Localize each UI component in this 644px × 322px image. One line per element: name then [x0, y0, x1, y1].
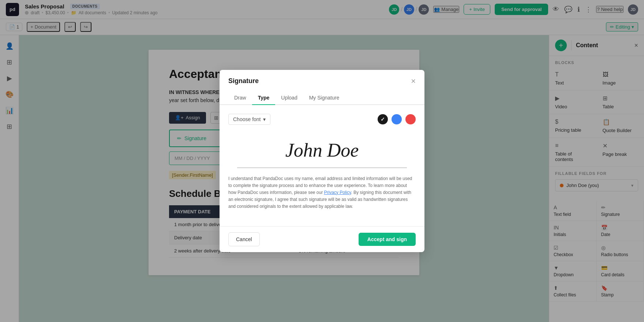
color-red[interactable] [405, 114, 416, 124]
legal-text: I understand that PandaDoc uses my name,… [228, 175, 416, 218]
accept-sign-button[interactable]: Accept and sign [359, 233, 416, 246]
signature-underline [237, 168, 407, 168]
modal-tabs: Draw Type Upload My Signature [220, 91, 424, 105]
modal-header: Signature × [220, 70, 424, 85]
signature-preview: John Doe [228, 132, 416, 165]
tab-type[interactable]: Type [252, 91, 276, 105]
modal-title: Signature [228, 77, 259, 85]
color-blue[interactable] [392, 114, 402, 124]
tab-my-signature[interactable]: My Signature [303, 91, 345, 105]
tab-upload[interactable]: Upload [275, 91, 303, 105]
color-dots [378, 114, 416, 124]
font-select-dropdown[interactable]: Choose font ▾ [228, 114, 270, 125]
signature-text: John Doe [285, 139, 359, 161]
modal-footer: Cancel Accept and sign [220, 226, 424, 252]
font-chevron-icon: ▾ [263, 116, 266, 122]
cancel-button[interactable]: Cancel [228, 232, 260, 246]
modal-body: Choose font ▾ John Doe I understand that… [220, 105, 424, 226]
font-select-label: Choose font [233, 116, 261, 122]
tab-draw[interactable]: Draw [228, 91, 252, 105]
signature-modal: Signature × Draw Type Upload My Signatur… [220, 70, 424, 252]
font-row: Choose font ▾ [228, 114, 416, 125]
modal-close-button[interactable]: × [411, 77, 416, 85]
privacy-policy-link[interactable]: Privacy Policy [324, 190, 351, 195]
modal-overlay: Signature × Draw Type Upload My Signatur… [0, 0, 644, 322]
color-black[interactable] [378, 114, 388, 124]
